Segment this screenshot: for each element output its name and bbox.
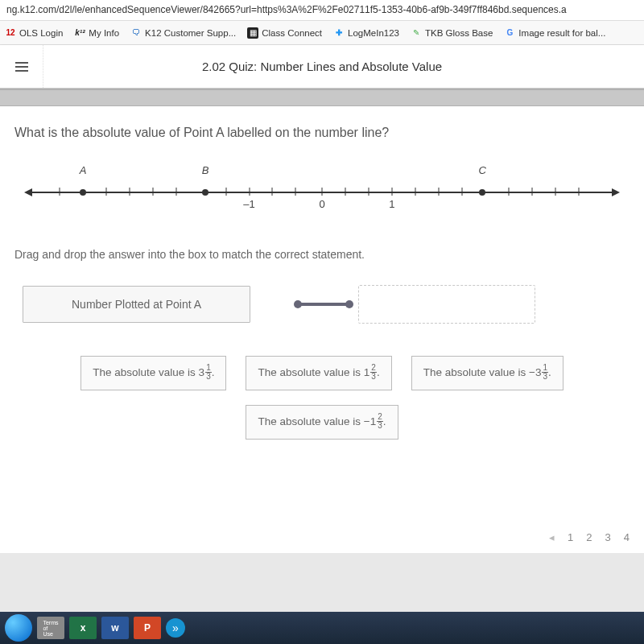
- quiz-title: 2.02 Quiz: Number Lines and Absolute Val…: [43, 60, 644, 73]
- bookmark-label: TKB Gloss Base: [425, 28, 493, 38]
- tick-label-zero: 0: [319, 198, 324, 210]
- point-c-label: C: [478, 164, 485, 176]
- bookmark-my-info[interactable]: k¹² My Info: [74, 27, 119, 39]
- logmein-icon: ✚: [333, 27, 345, 39]
- tkb-icon: ✎: [411, 27, 422, 39]
- choice-prefix: The absolute value is: [258, 415, 363, 427]
- choice-prefix: The absolute value is: [423, 366, 529, 378]
- pager-page-4[interactable]: 4: [624, 531, 630, 543]
- tick-label-one: 1: [389, 198, 394, 210]
- google-icon: G: [504, 27, 515, 39]
- bookmark-label: Class Connect: [262, 28, 322, 38]
- fraction-icon: 23: [370, 364, 377, 381]
- choice-whole: 3: [535, 366, 542, 378]
- choice-prefix: The absolute value is: [93, 366, 198, 378]
- matching-row: Number Plotted at Point A: [23, 285, 621, 324]
- separator-band: [0, 89, 644, 106]
- choice-abs-neg-3-1-3[interactable]: The absolute value is −313.: [411, 356, 564, 390]
- point-b-label: B: [202, 164, 209, 176]
- pager-prev[interactable]: ◂: [549, 531, 555, 543]
- choice-abs-1-2-3[interactable]: The absolute value is 123.: [246, 356, 391, 390]
- bookmark-image-result[interactable]: G Image result for bal...: [504, 27, 605, 39]
- choice-abs-3-1-3[interactable]: The absolute value is 313.: [80, 356, 226, 390]
- class-connect-icon: ▦: [247, 27, 258, 39]
- bookmark-label: My Info: [89, 28, 119, 38]
- bookmark-tkb[interactable]: ✎ TKB Gloss Base: [411, 27, 493, 39]
- fraction-icon: 13: [542, 364, 548, 381]
- taskbar-app-terms[interactable]: TermsofUse: [37, 617, 64, 639]
- point-c-dot: [479, 189, 485, 196]
- chat-icon: 🗨: [130, 27, 142, 39]
- bookmarks-bar: 12 OLS Login k¹² My Info 🗨 K12 Customer …: [0, 21, 644, 45]
- windows-taskbar: TermsofUse x w P »: [0, 612, 644, 644]
- bookmark-label: K12 Customer Supp...: [145, 28, 236, 38]
- tick-label-neg1: –1: [243, 198, 254, 210]
- bookmark-label: OLS Login: [19, 28, 63, 38]
- question-pager: ◂ 1 2 3 4: [549, 531, 630, 543]
- taskbar-app-word[interactable]: w: [101, 617, 129, 639]
- answer-drop-zone[interactable]: [358, 285, 535, 324]
- pager-page-1[interactable]: 1: [568, 531, 573, 543]
- instruction-text: Drag and drop the answer into the box to…: [14, 248, 630, 261]
- bookmark-label: LogMeIn123: [348, 28, 399, 38]
- point-a-dot: [80, 189, 86, 196]
- pager-page-3[interactable]: 3: [605, 531, 611, 543]
- address-bar[interactable]: ng.k12.com/d2l/le/enhancedSequenceViewer…: [0, 0, 644, 21]
- statement-box: Number Plotted at Point A: [23, 286, 250, 323]
- taskbar-app-excel[interactable]: x: [69, 617, 97, 639]
- start-button[interactable]: [5, 614, 32, 642]
- fraction-icon: 13: [205, 364, 212, 381]
- choice-whole: 1: [364, 366, 370, 378]
- bookmark-class-connect[interactable]: ▦ Class Connect: [247, 27, 322, 39]
- bookmark-logmein[interactable]: ✚ LogMeIn123: [333, 27, 399, 39]
- k12-icon: k¹²: [74, 27, 85, 39]
- point-b-dot: [202, 189, 208, 196]
- point-a-label: A: [80, 164, 87, 176]
- bookmark-ols-login[interactable]: 12 OLS Login: [5, 27, 63, 39]
- choice-whole: 1: [370, 415, 377, 427]
- connector-icon: [295, 303, 352, 306]
- pager-page-2[interactable]: 2: [586, 531, 592, 543]
- taskbar-more[interactable]: »: [166, 618, 185, 638]
- ols-icon: 12: [5, 27, 16, 39]
- menu-button[interactable]: [0, 45, 43, 88]
- answer-choices: The absolute value is 313. The absolute …: [14, 356, 630, 440]
- number-line-axis: [31, 192, 613, 193]
- taskbar-app-powerpoint[interactable]: P: [134, 617, 161, 639]
- quiz-header: 2.02 Quiz: Number Lines and Absolute Val…: [0, 45, 644, 89]
- fraction-icon: 23: [377, 413, 383, 430]
- bookmark-label: Image result for bal...: [518, 28, 605, 38]
- choice-prefix: The absolute value is: [258, 366, 363, 378]
- number-line: A B C: [31, 164, 613, 229]
- question-text: What is the absolute value of Point A la…: [14, 126, 630, 140]
- bookmark-k12-support[interactable]: 🗨 K12 Customer Supp...: [130, 27, 236, 39]
- choice-whole: 3: [199, 366, 205, 378]
- choice-abs-neg-1-2-3[interactable]: The absolute value is −123.: [246, 405, 398, 440]
- question-panel: What is the absolute value of Point A la…: [0, 106, 644, 553]
